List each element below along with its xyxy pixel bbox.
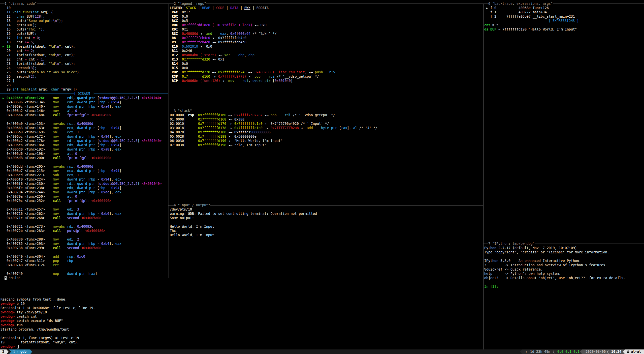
tmux-window-tab-gdb[interactable] <box>9 349 30 354</box>
pane-border-horizontal <box>168 205 483 205</box>
terminal-line: 0x400696 <func+134> mov edx, dword ptr [… <box>1 100 121 104</box>
terminal-line: /dev/pts/10 <box>170 207 192 212</box>
uptime-arrow-icon: ↑ <box>525 349 527 354</box>
terminal-line: 11 void func(int arg) { <box>1 10 53 14</box>
terminal-line: 0x4006dd <func+205> movabs rsi, 0x40080d <box>1 164 93 169</box>
pane-title-text: "stack" <box>176 109 192 113</box>
terminal-line: 0x4006a9 <func+153> movabs rsi, 0x40080d <box>1 122 93 126</box>
terminal-line: 25 puts("Again as it was so nice"); <box>1 70 81 74</box>
terminal-line: 0x4006d8 <func+200> call fprintf@plt <0x… <box>1 156 111 160</box>
terminal-line: 23 fprintf(stdout, "%d\n", cnt); <box>1 62 75 66</box>
terminal-line: Hello World, I'm Input <box>170 233 214 237</box>
pane-border-horizontal <box>168 111 483 111</box>
terminal-line: 15 puts("Thx. "); <box>1 27 45 32</box>
terminal-line: 0x4006ed <func+221> sub ecx, 1 <box>1 173 79 177</box>
terminal-line: ds BUF = 7fffffffd190 "Hello World, I'm … <box>484 27 577 32</box>
terminal-line: 0x400711 <func+257> mov edi, 3 <box>1 207 79 212</box>
terminal-line: 0x4006e7 <func+215> mov ecx, dword ptr [… <box>1 169 121 173</box>
terminal-line: Thx. <box>170 229 178 233</box>
terminal-line: 00:0000│ rsp 0x7fffffffd160 —▸ 0x7ffff7b… <box>170 113 335 117</box>
terminal-line: 0x4006b9 <func+169> shl ecx, 1 <box>1 130 79 134</box>
pane-title-stack[interactable]: 3 "stack" <box>174 109 192 113</box>
terminal-line: cnt = 5 <box>484 23 498 27</box>
pane-title-text: "disasm, code" <box>7 2 37 6</box>
powerline-arrow-right-icon <box>7 349 9 354</box>
terminal-line: Some output: <box>170 216 194 220</box>
terminal-line: 07:0038│ 0x7fffffffd198 ◂— "rld, I'm Inp… <box>170 143 267 147</box>
terminal-line: 18 cnt += 5; <box>1 40 35 44</box>
powerline-arrow-left-icon <box>623 349 625 354</box>
lock-icon <box>627 349 630 354</box>
terminal-line: RBP 0x7fffffffd220 —▸ 0x7fffffffd240 —▸ … <box>170 70 335 74</box>
pane-title-input-output[interactable]: 4 "Input / Output" <box>174 203 210 207</box>
terminal-line: 13 puts("Some output:\n"); <box>1 19 63 23</box>
pane-title-backtrace-expressions-args[interactable]: 6 "backtrace, expressions, args" <box>488 2 553 6</box>
terminal-line: 0x40072b <func+283> call puts@plt <0x400… <box>1 229 105 233</box>
terminal-line: ► f 0 40068e func+126 <box>484 6 549 10</box>
terminal-line: R14 0x0 <box>170 62 188 66</box>
terminal-line: LEGEND: STACK | HEAP | CODE | DATA | RWX… <box>170 6 269 10</box>
terminal-line: f 2 7ffff7a05b97 __libc_start_main+231 <box>484 14 575 19</box>
powerline-arrow-left-icon <box>520 349 522 354</box>
terminal-line: 0x4006fe <func+238> mov edx, dword ptr [… <box>1 186 121 190</box>
terminal-line: 0x4006a4 <func+148> call fprintf@plt <0x… <box>1 113 111 117</box>
terminal-line: Type "copyright", "credits" or "license"… <box>484 250 609 254</box>
terminal-line: 0x400748 <func+312> ret <box>1 263 67 267</box>
terminal-line: 0x400735 <func+293> mov dword ptr [rbp -… <box>1 242 121 246</box>
terminal-line: In [1]: <box>484 284 498 289</box>
terminal-line: 0x4006ca <func+186> mov edx, dword ptr [… <box>1 143 121 147</box>
terminal-line: 0x4006d0 <func+192> mov dword ptr [rbp -… <box>1 147 121 152</box>
terminal-line: 0x400749 nop dword ptr [rax] <box>1 272 97 276</box>
chevron-right-icon: › <box>17 349 19 354</box>
terminal-line: Breakpoint 1, func (arg=5) at test.c:19 <box>1 336 79 340</box>
pane-title-text: "legend, regs" <box>176 2 206 6</box>
terminal-line: RDX 0x7ffff7dd18c0 (_IO_stdfile_1_lock) … <box>170 23 267 27</box>
terminal-line: 04:0020│ 0x7fffffffd180 ◂— 0xffffd190000… <box>170 130 271 134</box>
terminal-line: 27 } <box>1 79 15 83</box>
terminal-line: 0x4006b3 <func+163> mov ecx, dword ptr [… <box>1 126 121 130</box>
terminal-line: pwndbg> cwatch execute "ds BUF" <box>1 319 63 323</box>
terminal-line: 19 fprintf(stdout, "%d\n", cnt); <box>1 340 79 344</box>
uptime-text: 1d 23h 49m <box>530 349 550 354</box>
pane-backtrace-expressions-args[interactable] <box>484 2 644 242</box>
pane-title-legend-regs[interactable]: 2 "legend, regs" <box>174 2 206 6</box>
terminal-line: RAX 0x17 <box>170 10 190 14</box>
terminal-line: f 1 400772 main+34 <box>484 10 547 14</box>
pane-ipython[interactable] <box>484 242 644 349</box>
pane-title-main[interactable]: 5 "Main" <box>5 276 21 280</box>
terminal-line: 22 cnt = cnt - 1; <box>1 57 45 62</box>
terminal-line: 0x4006d6 <func+198> mov al, 0 <box>1 152 77 156</box>
terminal-line: warning: GDB: Failed to set controlling … <box>170 212 317 216</box>
terminal-line: Starting program: /tmp/pwndbg/test <box>1 327 69 332</box>
terminal-line: Python 2.7.17 (default, Nov 7 2019, 10:0… <box>484 246 577 250</box>
terminal-line: 0x400747 <func+311> pop rbp <box>1 259 73 263</box>
terminal-line: ? -> Introduction and overview of IPytho… <box>484 263 607 267</box>
terminal-line: 05:0028│ 0x7fffffffd188 ◂— 0x50000000e <box>170 134 256 139</box>
tmux-session-badge[interactable]: 2 <box>0 349 7 354</box>
terminal-line: RIP 0x40068e (func+126) ◂— mov rdi, qwor… <box>170 79 293 83</box>
terminal-line: IPython 5.8.0 -- An enhanced Interactive… <box>484 259 581 263</box>
terminal-line: R11 0x246 <box>170 49 192 53</box>
terminal-line: 17 int cnt = 0; <box>1 36 41 40</box>
section-header-label: [ EXPRESSIONS ] <box>549 19 579 23</box>
terminal-line: 0x4006bc <func+172> mov dword ptr [rbp -… <box>1 134 121 139</box>
terminal-line: 20 cnt *= 2; <box>1 49 35 53</box>
terminal-screen: 1 "disasm, code"2 "legend, regs"3 "stack… <box>0 0 644 354</box>
terminal-line: 0x4006a2 <func+146> mov al, 0 <box>1 109 77 113</box>
terminal-line: 0x40071c <func+268> call second <0x4005a… <box>1 216 101 220</box>
pane-border-vertical <box>483 4 484 349</box>
terminal-line: help -> Python's own help system. <box>484 272 561 276</box>
pane-border-vertical <box>169 4 169 278</box>
terminal-line: 10 <box>1 6 11 10</box>
terminal-line: R12 0x4004b0 (_start) ◂— xor ebp, ebp <box>170 53 254 57</box>
pane-title-ipython[interactable]: 7 "IPython: tmp/pwndbg" <box>488 242 535 246</box>
terminal-line: 06:0030│ 0x7fffffffd190 ◂— "Hello World,… <box>170 139 283 143</box>
terminal-line: pwndbg> b 19 <box>1 302 25 306</box>
terminal-line: 0x400704 <func+244> mov dword ptr [rbp -… <box>1 190 121 194</box>
terminal-line: 0x400730 <func+288> mov edi, 2 <box>1 237 79 242</box>
pane-title-disasm-code[interactable]: 1 "disasm, code" <box>5 2 37 6</box>
terminal-line: R8 0x7ffff7fcb4c0 ◂— 0x7ffff7fcb4c0 <box>170 36 246 40</box>
terminal-line: RSP 0x7fffffffd160 —▸ 0x7ffff7b97787 ◂— … <box>170 74 319 79</box>
section-header-label: [ DISASM ] <box>74 92 94 96</box>
load-average: 0.0 0.1 0.1 <box>557 349 579 354</box>
